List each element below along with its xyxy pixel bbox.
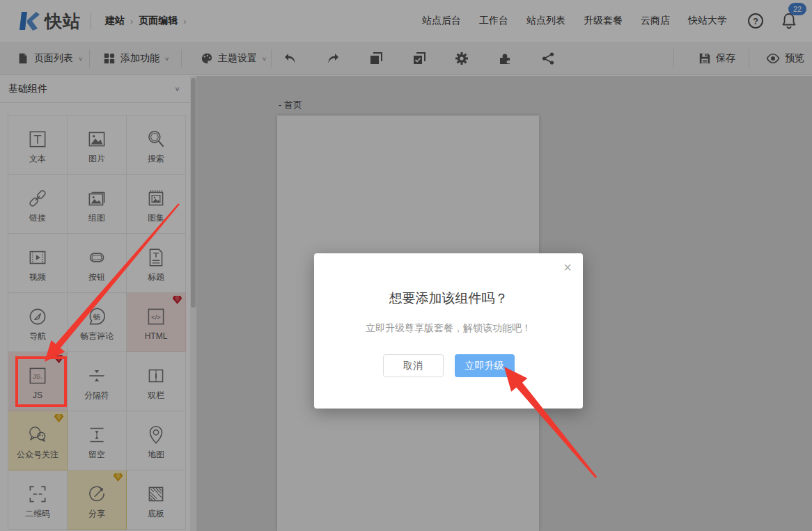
dialog-title: 想要添加该组件吗？ — [314, 290, 583, 308]
upgrade-now-button[interactable]: 立即升级 — [455, 354, 515, 377]
cancel-button[interactable]: 取消 — [383, 354, 444, 377]
dialog-subtitle: 立即升级尊享版套餐，解锁该功能吧！ — [314, 322, 583, 335]
upgrade-dialog: × 想要添加该组件吗？ 立即升级尊享版套餐，解锁该功能吧！ 取消 立即升级 — [314, 253, 583, 409]
close-icon[interactable]: × — [563, 260, 572, 274]
